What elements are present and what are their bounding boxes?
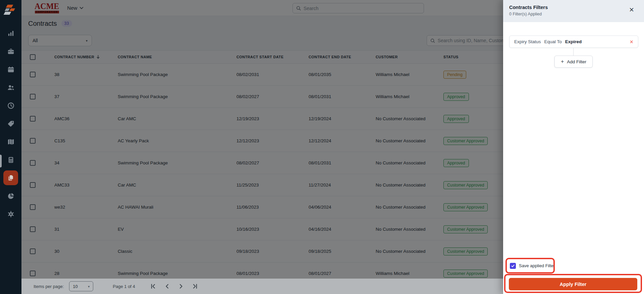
save-filter-annotation-box: Save applied Filter [505, 258, 555, 274]
documents-icon [3, 170, 18, 185]
apply-filter-annotation-box: Apply Filter [504, 274, 642, 293]
last-page-button[interactable] [192, 283, 198, 289]
map-icon [7, 138, 15, 146]
filter-connector-line [573, 48, 574, 56]
close-icon[interactable]: × [629, 6, 634, 14]
page-info: Page 1 of 4 [113, 284, 135, 289]
items-per-page-dropdown[interactable]: 10 ▾ [69, 281, 93, 291]
first-page-button[interactable] [150, 283, 156, 289]
sidebar-item-clock[interactable] [0, 96, 21, 115]
calendar-icon [7, 66, 15, 73]
sidebar-nav [0, 24, 21, 223]
previous-page-button[interactable] [164, 283, 170, 289]
save-filter-checkbox[interactable] [510, 263, 516, 269]
sidebar-item-tag[interactable] [0, 115, 21, 133]
add-filter-button[interactable]: + Add Filter [554, 56, 593, 68]
users-icon [7, 84, 15, 91]
app-root: ACME CORPORATION New Contracts 33 All ▾ [0, 0, 644, 294]
contracts-filters-panel: Contracts Filters 0 Filter(s) Applied × … [503, 0, 644, 294]
sidebar-collapse-handle[interactable] [0, 155, 2, 167]
sidebar-item-pie-chart[interactable] [0, 187, 21, 205]
sidebar-item-calculator[interactable] [0, 151, 21, 169]
sidebar-item-map[interactable] [0, 133, 21, 151]
filter-field: Expiry Status [514, 39, 541, 44]
calculator-icon [7, 156, 15, 164]
sidebar-item-calendar[interactable] [0, 60, 21, 78]
filter-value: Expired [565, 39, 582, 44]
zoho-fsm-logo[interactable] [0, 0, 21, 21]
pagination-controls [150, 283, 198, 289]
checkmark-icon [511, 264, 515, 268]
save-filter-label: Save applied Filter [519, 263, 555, 268]
filters-panel-title: Contracts Filters [509, 5, 638, 10]
items-per-page-label: Items per page: [34, 284, 64, 289]
filter-operator: Equal To [544, 39, 562, 44]
next-page-button[interactable] [178, 283, 184, 289]
sidebar-item-users[interactable] [0, 78, 21, 96]
briefcase-icon [7, 48, 15, 55]
modal-dim-overlay[interactable] [21, 0, 503, 279]
tag-icon [7, 120, 15, 128]
remove-filter-icon[interactable]: × [630, 39, 633, 45]
sidebar [0, 0, 21, 294]
gear-icon [7, 210, 15, 218]
apply-filter-button[interactable]: Apply Filter [509, 278, 637, 290]
bar-chart-icon [7, 29, 15, 37]
sidebar-item-briefcase[interactable] [0, 42, 21, 60]
filters-panel-header: Contracts Filters 0 Filter(s) Applied × [503, 0, 644, 22]
sidebar-item-documents[interactable] [0, 169, 21, 187]
pie-chart-icon [7, 192, 15, 200]
filters-applied-count: 0 Filter(s) Applied [509, 12, 638, 16]
sidebar-item-bar-chart[interactable] [0, 24, 21, 42]
clock-icon [7, 102, 15, 109]
sidebar-item-gear[interactable] [0, 205, 21, 223]
add-filter-label: Add Filter [567, 59, 586, 64]
plus-icon: + [561, 59, 564, 65]
items-per-page-value: 10 [73, 284, 77, 289]
filter-condition-row[interactable]: Expiry Status Equal To Expired × [509, 35, 638, 48]
pagination-bar: Items per page: 10 ▾ Page 1 of 4 [21, 279, 503, 294]
caret-down-icon: ▾ [88, 285, 90, 288]
